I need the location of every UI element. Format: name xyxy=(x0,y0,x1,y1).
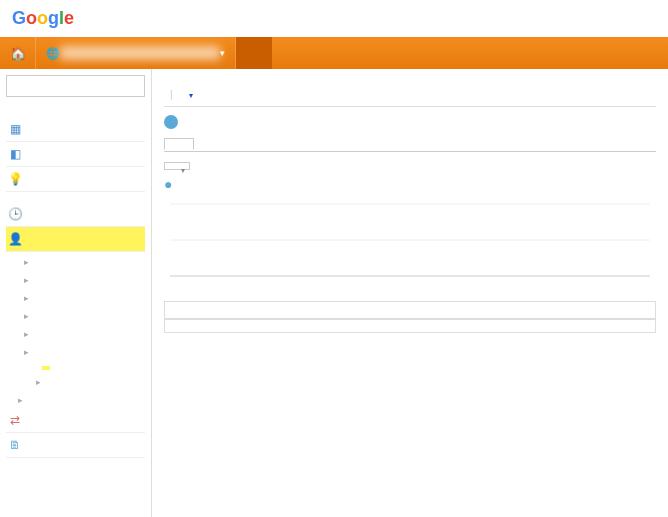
header-logo: Google xyxy=(0,0,668,37)
sidebar-item-content[interactable]: 🗎 xyxy=(6,433,145,458)
report-tabstrip xyxy=(164,137,656,152)
sidebar: ▦ ◧ 💡 🕒 👤 ⇄ 🗎 xyxy=(0,69,152,517)
pie-icon xyxy=(164,115,178,129)
clock-icon: 🕒 xyxy=(8,207,22,221)
sidebar-item-myreport-list[interactable]: ▦ xyxy=(6,117,145,142)
content-area: | ▾ ● xyxy=(152,69,668,517)
tab-report[interactable] xyxy=(236,37,272,69)
sidebar-sub-custom[interactable] xyxy=(6,342,145,360)
stats-title xyxy=(164,301,656,318)
main-navbar: 🏠 🌐 ▾ xyxy=(0,37,668,69)
shortcut-icon: ◧ xyxy=(8,147,22,161)
chart-legend: ● xyxy=(164,176,656,192)
property-selector[interactable]: 🌐 ▾ xyxy=(36,37,236,69)
sidebar-item-realtime[interactable]: 🕒 xyxy=(6,202,145,227)
sidebar-sub-mobile[interactable] xyxy=(6,324,145,342)
globe-icon: 🌐 xyxy=(46,47,60,60)
sidebar-sub-custom-var[interactable] xyxy=(42,366,50,370)
doc-icon: 🗎 xyxy=(8,438,22,452)
dashboard-icon: ▦ xyxy=(8,122,22,136)
sidebar-sub-summary[interactable] xyxy=(6,252,145,270)
sidebar-item-intel[interactable]: 💡 xyxy=(6,167,145,192)
sidebar-item-traffic[interactable]: ⇄ xyxy=(6,408,145,433)
sidebar-sub-behavior[interactable] xyxy=(6,288,145,306)
main-chart xyxy=(164,194,656,289)
metric-dropdown[interactable] xyxy=(164,162,190,170)
tab-customize[interactable] xyxy=(272,37,308,69)
sidebar-item-shortcut[interactable]: ◧ xyxy=(6,142,145,167)
sidebar-item-user[interactable]: 👤 xyxy=(6,227,145,252)
home-icon[interactable]: 🏠 xyxy=(0,37,36,69)
sidebar-sub-environment[interactable] xyxy=(6,306,145,324)
footer-stat xyxy=(164,320,656,333)
arrows-icon: ⇄ xyxy=(8,413,22,427)
user-icon: 👤 xyxy=(8,232,22,246)
tab-summary[interactable] xyxy=(164,138,194,150)
sidebar-sub-user-def[interactable] xyxy=(6,372,145,390)
sidebar-sub-distribution[interactable] xyxy=(6,270,145,288)
visit-ratio xyxy=(164,115,656,129)
search-input[interactable] xyxy=(6,75,145,97)
toolbar: | ▾ xyxy=(164,89,656,107)
bulb-icon: 💡 xyxy=(8,172,22,186)
sidebar-sub-userflow[interactable] xyxy=(6,390,145,408)
chart-controls xyxy=(164,162,656,170)
